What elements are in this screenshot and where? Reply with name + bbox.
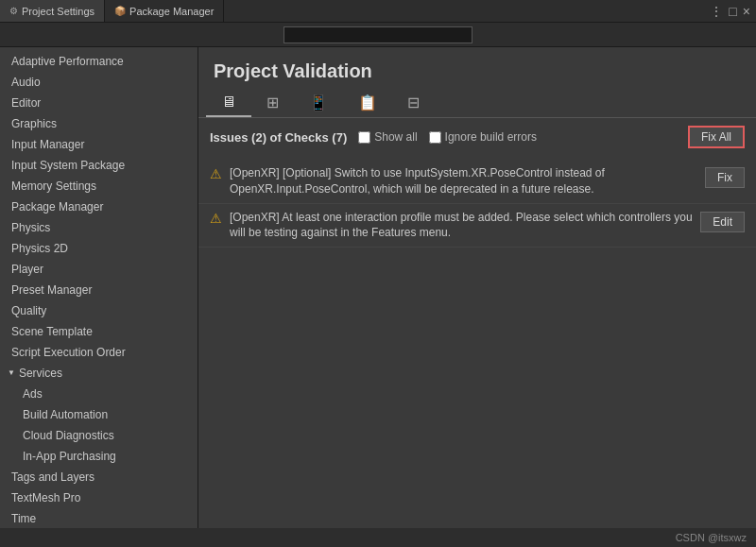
sidebar-item-scene-template[interactable]: Scene Template: [0, 321, 198, 342]
sidebar-item-quality[interactable]: Quality: [0, 300, 198, 321]
tab-package-manager[interactable]: 📦 Package Manager: [105, 0, 224, 22]
sidebar-item-adaptive-performance[interactable]: Adaptive Performance: [0, 51, 198, 72]
footer-credit: CSDN @itsxwz: [676, 532, 747, 543]
tab-project-settings[interactable]: ⚙ Project Settings: [0, 0, 105, 22]
issue-text-2: [OpenXR] At least one interaction profil…: [230, 210, 693, 242]
sidebar-item-build-automation[interactable]: Build Automation: [0, 404, 198, 425]
show-all-checkbox-label[interactable]: Show all: [358, 130, 417, 144]
platform-tab-windows[interactable]: ⊟: [392, 90, 435, 117]
search-bar: [0, 23, 756, 47]
maximize-icon[interactable]: □: [729, 5, 736, 18]
package-icon: 📦: [114, 6, 126, 16]
fix-all-button[interactable]: Fix All: [688, 126, 745, 148]
page-title: Project Validation: [198, 47, 756, 90]
ignore-build-errors-checkbox[interactable]: [429, 131, 441, 144]
main-layout: Adaptive Performance Audio Editor Graphi…: [0, 47, 756, 528]
ignore-build-errors-checkbox-label[interactable]: Ignore build errors: [429, 130, 537, 144]
issue-item-1: ⚠ [OpenXR] [Optional] Switch to use Inpu…: [198, 160, 756, 204]
footer: CSDN @itsxwz: [0, 528, 756, 547]
fix-button-1[interactable]: Fix: [705, 167, 745, 188]
sidebar-item-ads[interactable]: Ads: [0, 384, 198, 404]
close-icon[interactable]: ×: [743, 5, 750, 18]
sidebar-item-in-app-purchasing[interactable]: In-App Purchasing: [0, 446, 198, 467]
sidebar-item-physics-2d[interactable]: Physics 2D: [0, 238, 198, 259]
sidebar-item-package-manager[interactable]: Package Manager: [0, 197, 198, 217]
platform-tab-desktop[interactable]: 🖥: [206, 90, 251, 117]
sidebar-item-memory-settings[interactable]: Memory Settings: [0, 176, 198, 197]
sidebar-item-physics[interactable]: Physics: [0, 217, 198, 238]
platform-tabs: 🖥 ⊞ 📱 📋 ⊟: [198, 90, 756, 118]
edit-button-2[interactable]: Edit: [700, 212, 745, 232]
issues-header: Issues (2) of Checks (7) Show all Ignore…: [198, 118, 756, 156]
services-arrow-icon: ▼: [8, 365, 15, 382]
title-bar: ⚙ Project Settings 📦 Package Manager ⋮ □…: [0, 0, 756, 23]
ignore-build-errors-text: Ignore build errors: [445, 130, 537, 144]
sidebar: Adaptive Performance Audio Editor Graphi…: [0, 47, 198, 528]
show-all-text: Show all: [374, 130, 417, 144]
platform-tab-android[interactable]: 📱: [294, 90, 343, 117]
sidebar-services-label: Services: [19, 365, 62, 382]
warning-icon-2: ⚠: [210, 211, 222, 226]
sidebar-item-textmesh-pro[interactable]: TextMesh Pro: [0, 487, 198, 508]
sidebar-item-graphics[interactable]: Graphics: [0, 113, 198, 134]
tab-package-manager-label: Package Manager: [129, 6, 214, 17]
issues-count-label: Issues (2) of Checks (7): [210, 130, 347, 145]
issue-text-1: [OpenXR] [Optional] Switch to use InputS…: [230, 165, 697, 197]
window-actions: ⋮ □ ×: [710, 5, 756, 18]
issue-item-2: ⚠ [OpenXR] At least one interaction prof…: [198, 204, 756, 248]
sidebar-item-audio[interactable]: Audio: [0, 72, 198, 93]
sidebar-item-time[interactable]: Time: [0, 508, 198, 528]
warning-icon-1: ⚠: [210, 166, 222, 181]
sidebar-item-player[interactable]: Player: [0, 259, 198, 280]
sidebar-item-preset-manager[interactable]: Preset Manager: [0, 280, 198, 300]
sidebar-item-editor[interactable]: Editor: [0, 93, 198, 113]
sidebar-item-input-manager[interactable]: Input Manager: [0, 134, 198, 155]
sidebar-item-script-execution-order[interactable]: Script Execution Order: [0, 342, 198, 363]
sidebar-item-cloud-diagnostics[interactable]: Cloud Diagnostics: [0, 425, 198, 446]
sidebar-item-input-system-package[interactable]: Input System Package: [0, 155, 198, 176]
sidebar-item-tags-and-layers[interactable]: Tags and Layers: [0, 467, 198, 487]
more-options-icon[interactable]: ⋮: [710, 5, 723, 18]
show-all-checkbox[interactable]: [358, 131, 370, 144]
tab-project-settings-label: Project Settings: [22, 6, 94, 17]
content-area: Project Validation 🖥 ⊞ 📱 📋 ⊟ Issues (2) …: [198, 47, 756, 528]
sidebar-section-services[interactable]: ▼ Services: [0, 363, 198, 384]
search-input[interactable]: [284, 26, 472, 43]
issues-list: ⚠ [OpenXR] [Optional] Switch to use Inpu…: [198, 156, 756, 528]
platform-tab-tablet[interactable]: 📋: [343, 90, 392, 117]
platform-tab-grid[interactable]: ⊞: [251, 90, 294, 117]
settings-icon: ⚙: [9, 6, 18, 16]
